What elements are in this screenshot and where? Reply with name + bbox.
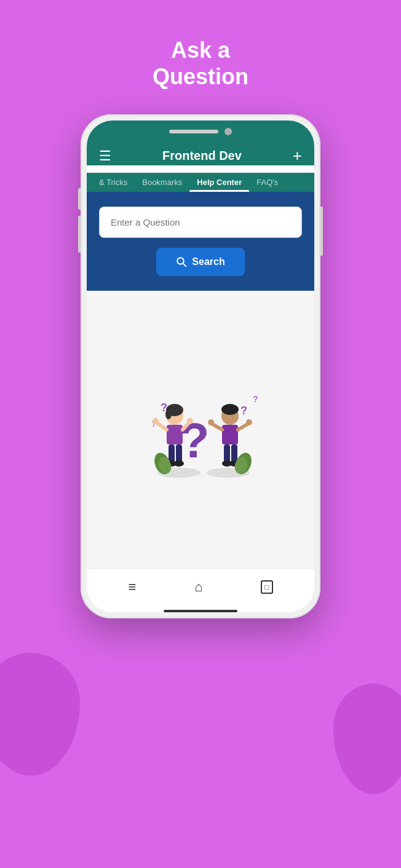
- bottom-nav: ≡ ⌂ □: [87, 569, 314, 605]
- svg-point-20: [174, 460, 184, 467]
- svg-rect-25: [222, 425, 238, 444]
- tab-bookmarks[interactable]: Bookmarks: [135, 173, 189, 192]
- help-illustration: ? ? ? ? ?: [108, 356, 293, 503]
- tab-help-center[interactable]: Help Center: [189, 173, 249, 192]
- nav-tabs: & Tricks Bookmarks Help Center FAQ's: [87, 173, 314, 192]
- page-title: Ask a Question: [153, 37, 248, 90]
- search-section: Search: [87, 192, 314, 291]
- tab-tricks[interactable]: & Tricks: [92, 173, 135, 192]
- phone-power-button: [320, 207, 323, 256]
- phone-volume-up-button: [78, 188, 81, 210]
- svg-rect-17: [169, 444, 175, 463]
- svg-point-16: [187, 418, 193, 424]
- svg-rect-30: [224, 444, 230, 463]
- home-indicator: [164, 610, 237, 612]
- svg-line-13: [156, 422, 167, 430]
- tab-faqs[interactable]: FAQ's: [249, 173, 285, 192]
- recent-apps-icon[interactable]: □: [261, 580, 272, 594]
- phone-frame: ☰ Frontend Dev + & Tricks Bookmarks Help…: [81, 114, 320, 618]
- svg-text:?: ?: [240, 404, 247, 417]
- front-camera: [224, 128, 232, 135]
- question-input[interactable]: [99, 207, 302, 238]
- home-icon[interactable]: ⌂: [194, 579, 202, 595]
- phone-screen: ☰ Frontend Dev + & Tricks Bookmarks Help…: [87, 120, 314, 612]
- app-title: Frontend Dev: [162, 149, 242, 163]
- svg-point-29: [246, 419, 252, 425]
- svg-rect-31: [231, 444, 237, 463]
- app-header: ☰ Frontend Dev +: [87, 140, 314, 165]
- speaker-pill: [169, 130, 218, 133]
- search-button[interactable]: Search: [156, 248, 244, 276]
- illustration-svg: ? ? ? ? ?: [121, 368, 280, 491]
- svg-rect-12: [167, 425, 183, 444]
- svg-point-15: [153, 418, 159, 424]
- hamburger-icon[interactable]: ☰: [99, 148, 111, 164]
- notch-bar: [99, 128, 302, 135]
- svg-rect-18: [176, 444, 182, 463]
- add-icon[interactable]: +: [293, 146, 302, 165]
- svg-point-11: [165, 409, 172, 419]
- svg-point-28: [208, 419, 214, 425]
- search-icon: [176, 256, 187, 267]
- notch-area: [87, 120, 314, 140]
- phone-volume-down-button: [78, 216, 81, 253]
- svg-line-1: [183, 264, 186, 267]
- menu-icon[interactable]: ≡: [128, 579, 136, 595]
- content-area: ? ? ? ? ?: [87, 291, 314, 569]
- svg-text:?: ?: [180, 413, 210, 468]
- svg-text:?: ?: [253, 394, 258, 404]
- svg-point-24: [221, 404, 239, 415]
